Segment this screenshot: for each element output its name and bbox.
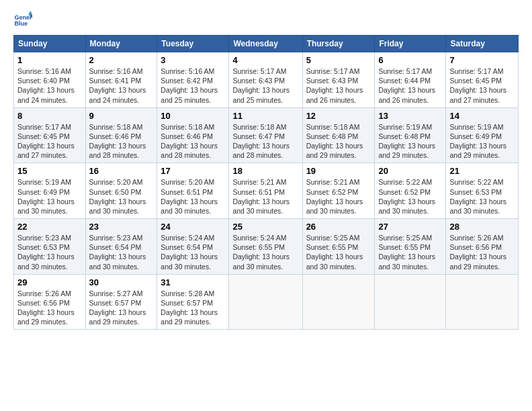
day-info: Sunrise: 5:23 AMSunset: 6:53 PMDaylight:… xyxy=(17,233,82,271)
week-row-1: 1Sunrise: 5:16 AMSunset: 6:40 PMDaylight… xyxy=(14,52,519,108)
day-number: 20 xyxy=(378,166,442,176)
day-cell: 16Sunrise: 5:20 AMSunset: 6:50 PMDayligh… xyxy=(85,163,157,219)
day-info: Sunrise: 5:25 AMSunset: 6:55 PMDaylight:… xyxy=(378,233,442,271)
day-info: Sunrise: 5:18 AMSunset: 6:48 PMDaylight:… xyxy=(306,122,371,161)
day-number: 28 xyxy=(449,222,515,232)
logo-icon: General Blue xyxy=(13,11,32,30)
day-cell: 6Sunrise: 5:17 AMSunset: 6:44 PMDaylight… xyxy=(375,52,446,108)
day-cell: 18Sunrise: 5:21 AMSunset: 6:51 PMDayligh… xyxy=(229,163,302,219)
day-number: 22 xyxy=(17,222,82,232)
day-number: 31 xyxy=(161,277,225,287)
day-cell xyxy=(302,274,375,330)
day-number: 23 xyxy=(89,222,154,232)
day-info: Sunrise: 5:20 AMSunset: 6:50 PMDaylight:… xyxy=(89,177,154,216)
day-number: 1 xyxy=(17,55,82,65)
day-number: 18 xyxy=(232,166,298,176)
col-header-friday: Friday xyxy=(375,36,446,52)
day-number: 25 xyxy=(232,222,298,232)
week-row-3: 15Sunrise: 5:19 AMSunset: 6:49 PMDayligh… xyxy=(14,163,519,219)
day-cell: 22Sunrise: 5:23 AMSunset: 6:53 PMDayligh… xyxy=(14,219,86,275)
day-info: Sunrise: 5:18 AMSunset: 6:46 PMDaylight:… xyxy=(161,122,225,161)
day-number: 27 xyxy=(378,222,442,232)
day-cell: 8Sunrise: 5:17 AMSunset: 6:45 PMDaylight… xyxy=(14,107,86,163)
day-cell: 21Sunrise: 5:22 AMSunset: 6:53 PMDayligh… xyxy=(446,163,519,219)
day-cell: 19Sunrise: 5:21 AMSunset: 6:52 PMDayligh… xyxy=(302,163,375,219)
day-info: Sunrise: 5:17 AMSunset: 6:45 PMDaylight:… xyxy=(449,66,515,105)
calendar-table: SundayMondayTuesdayWednesdayThursdayFrid… xyxy=(13,35,519,330)
day-info: Sunrise: 5:17 AMSunset: 6:45 PMDaylight:… xyxy=(17,122,82,161)
day-cell: 30Sunrise: 5:27 AMSunset: 6:57 PMDayligh… xyxy=(85,274,157,330)
day-info: Sunrise: 5:25 AMSunset: 6:55 PMDaylight:… xyxy=(306,233,371,271)
day-number: 8 xyxy=(17,111,82,121)
day-cell: 24Sunrise: 5:24 AMSunset: 6:54 PMDayligh… xyxy=(157,219,229,275)
col-header-wednesday: Wednesday xyxy=(229,36,302,52)
day-number: 15 xyxy=(17,166,82,176)
day-cell: 17Sunrise: 5:20 AMSunset: 6:51 PMDayligh… xyxy=(157,163,229,219)
day-number: 11 xyxy=(232,111,298,121)
day-number: 12 xyxy=(306,111,371,121)
day-cell: 5Sunrise: 5:17 AMSunset: 6:43 PMDaylight… xyxy=(302,52,375,108)
day-info: Sunrise: 5:20 AMSunset: 6:51 PMDaylight:… xyxy=(161,177,225,216)
header-row: SundayMondayTuesdayWednesdayThursdayFrid… xyxy=(14,36,519,52)
day-number: 7 xyxy=(449,55,515,65)
day-number: 19 xyxy=(306,166,371,176)
col-header-monday: Monday xyxy=(85,36,157,52)
day-info: Sunrise: 5:24 AMSunset: 6:55 PMDaylight:… xyxy=(232,233,298,271)
day-number: 3 xyxy=(161,55,225,65)
day-cell: 10Sunrise: 5:18 AMSunset: 6:46 PMDayligh… xyxy=(157,107,229,163)
day-cell: 1Sunrise: 5:16 AMSunset: 6:40 PMDaylight… xyxy=(14,52,86,108)
day-cell: 12Sunrise: 5:18 AMSunset: 6:48 PMDayligh… xyxy=(302,107,375,163)
day-info: Sunrise: 5:18 AMSunset: 6:47 PMDaylight:… xyxy=(232,122,298,161)
day-cell xyxy=(375,274,446,330)
day-info: Sunrise: 5:21 AMSunset: 6:51 PMDaylight:… xyxy=(232,177,298,216)
day-info: Sunrise: 5:18 AMSunset: 6:46 PMDaylight:… xyxy=(89,122,154,161)
day-cell: 28Sunrise: 5:26 AMSunset: 6:56 PMDayligh… xyxy=(446,219,519,275)
day-cell: 29Sunrise: 5:26 AMSunset: 6:56 PMDayligh… xyxy=(14,274,86,330)
day-info: Sunrise: 5:24 AMSunset: 6:54 PMDaylight:… xyxy=(161,233,225,271)
day-cell: 20Sunrise: 5:22 AMSunset: 6:52 PMDayligh… xyxy=(375,163,446,219)
day-cell: 9Sunrise: 5:18 AMSunset: 6:46 PMDaylight… xyxy=(85,107,157,163)
day-info: Sunrise: 5:26 AMSunset: 6:56 PMDaylight:… xyxy=(449,233,515,271)
day-number: 21 xyxy=(449,166,515,176)
day-cell: 26Sunrise: 5:25 AMSunset: 6:55 PMDayligh… xyxy=(302,219,375,275)
day-info: Sunrise: 5:16 AMSunset: 6:40 PMDaylight:… xyxy=(17,66,82,105)
day-number: 5 xyxy=(306,55,371,65)
day-number: 30 xyxy=(89,277,154,287)
day-cell: 11Sunrise: 5:18 AMSunset: 6:47 PMDayligh… xyxy=(229,107,302,163)
day-info: Sunrise: 5:17 AMSunset: 6:43 PMDaylight:… xyxy=(232,66,298,105)
day-number: 2 xyxy=(89,55,154,65)
day-cell: 27Sunrise: 5:25 AMSunset: 6:55 PMDayligh… xyxy=(375,219,446,275)
day-cell xyxy=(446,274,519,330)
day-cell: 7Sunrise: 5:17 AMSunset: 6:45 PMDaylight… xyxy=(446,52,519,108)
day-cell: 13Sunrise: 5:19 AMSunset: 6:48 PMDayligh… xyxy=(375,107,446,163)
day-number: 16 xyxy=(89,166,154,176)
svg-marker-2 xyxy=(28,11,32,15)
day-info: Sunrise: 5:22 AMSunset: 6:52 PMDaylight:… xyxy=(378,177,442,216)
day-info: Sunrise: 5:23 AMSunset: 6:54 PMDaylight:… xyxy=(89,233,154,271)
day-cell: 23Sunrise: 5:23 AMSunset: 6:54 PMDayligh… xyxy=(85,219,157,275)
day-info: Sunrise: 5:22 AMSunset: 6:53 PMDaylight:… xyxy=(449,177,515,216)
day-cell: 25Sunrise: 5:24 AMSunset: 6:55 PMDayligh… xyxy=(229,219,302,275)
day-info: Sunrise: 5:16 AMSunset: 6:42 PMDaylight:… xyxy=(161,66,225,105)
day-info: Sunrise: 5:27 AMSunset: 6:57 PMDaylight:… xyxy=(89,289,154,327)
day-info: Sunrise: 5:17 AMSunset: 6:43 PMDaylight:… xyxy=(306,66,371,105)
col-header-tuesday: Tuesday xyxy=(157,36,229,52)
day-number: 9 xyxy=(89,111,154,121)
day-info: Sunrise: 5:26 AMSunset: 6:56 PMDaylight:… xyxy=(17,289,82,327)
day-number: 6 xyxy=(378,55,442,65)
day-info: Sunrise: 5:19 AMSunset: 6:48 PMDaylight:… xyxy=(378,122,442,161)
day-number: 10 xyxy=(161,111,225,121)
day-number: 17 xyxy=(161,166,225,176)
week-row-2: 8Sunrise: 5:17 AMSunset: 6:45 PMDaylight… xyxy=(14,107,519,163)
svg-text:Blue: Blue xyxy=(14,20,28,27)
day-number: 14 xyxy=(449,111,515,121)
page: General Blue SundayMondayTuesdayWednesda… xyxy=(0,0,532,411)
day-number: 4 xyxy=(232,55,298,65)
day-cell: 4Sunrise: 5:17 AMSunset: 6:43 PMDaylight… xyxy=(229,52,302,108)
logo: General Blue xyxy=(13,11,35,30)
day-info: Sunrise: 5:19 AMSunset: 6:49 PMDaylight:… xyxy=(17,177,82,216)
col-header-sunday: Sunday xyxy=(14,36,86,52)
day-cell: 2Sunrise: 5:16 AMSunset: 6:41 PMDaylight… xyxy=(85,52,157,108)
day-cell: 15Sunrise: 5:19 AMSunset: 6:49 PMDayligh… xyxy=(14,163,86,219)
day-number: 26 xyxy=(306,222,371,232)
